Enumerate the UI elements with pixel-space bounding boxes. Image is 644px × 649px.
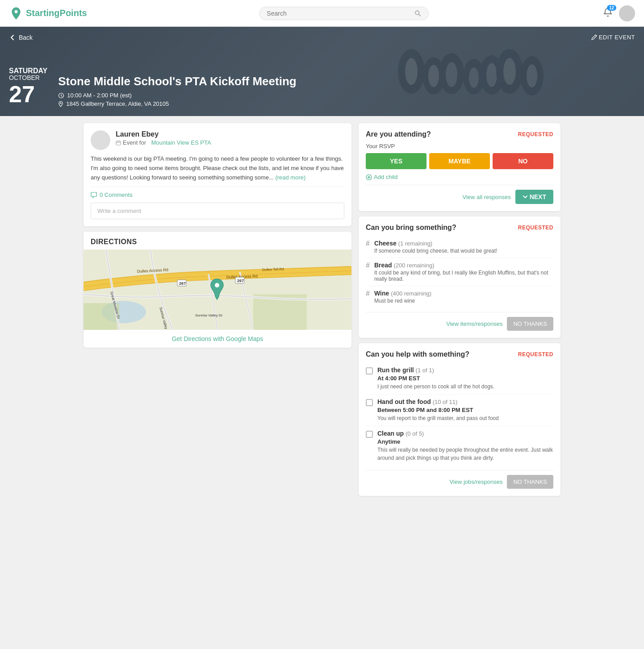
help-header: Can you help with something? REQUESTED (366, 350, 553, 358)
event-time: 10:00 AM - 2:00 PM (est) (67, 92, 132, 99)
bring-item: # Bread (200 remaining) It could be any … (366, 258, 553, 286)
help-footer: View jobs/responses NO THANKS (366, 470, 553, 489)
view-all-responses-link[interactable]: View all responses (463, 194, 511, 200)
logo-icon (9, 6, 23, 21)
edit-event-button[interactable]: EDIT EVENT (591, 34, 635, 41)
comments-count: 0 Comments (100, 191, 133, 198)
bring-item-name: Cheese (1 remaining) (374, 240, 498, 247)
view-jobs-link[interactable]: View jobs/responses (449, 478, 502, 485)
rsvp-no-button[interactable]: NO (493, 153, 553, 169)
help-item-desc: This will really be needed by people thr… (377, 446, 553, 462)
help-item-checkbox[interactable] (366, 399, 373, 406)
directions-card: DIRECTIONS (84, 232, 351, 348)
event-month: OCTOBER (9, 75, 47, 81)
rsvp-label: Your RSVP (366, 143, 553, 150)
add-child-label: Add child (374, 174, 397, 180)
comment-icon (91, 192, 97, 198)
comment-input[interactable]: Write a comment (91, 203, 344, 219)
help-item-details: Clean up (0 of 5) Anytime This will real… (377, 430, 553, 462)
rsvp-yes-button[interactable]: YES (366, 153, 427, 169)
add-child-icon (366, 174, 372, 180)
help-item-checkbox[interactable] (366, 431, 373, 438)
notification-bell-button[interactable]: 12 (601, 6, 615, 21)
svg-line-2 (419, 14, 421, 16)
help-items-list: Run the grill (1 of 1) At 4:00 PM EST I … (366, 363, 553, 466)
back-label: Back (19, 34, 33, 41)
next-button[interactable]: NEXT (515, 190, 553, 204)
help-no-thanks-button[interactable]: NO THANKS (507, 475, 553, 489)
search-input[interactable] (267, 10, 414, 17)
left-column: Lauren Ebey Event for Mountain View ES P… (84, 123, 351, 348)
map-view: Dulles Access Rd Dulles Access Rd Dulles… (84, 250, 351, 330)
event-date: SATURDAY OCTOBER 27 (9, 67, 47, 107)
event-meta: 10:00 AM - 2:00 PM (est) 1845 Gallberry … (58, 92, 296, 107)
search-bar[interactable] (259, 7, 429, 20)
event-day-name: SATURDAY (9, 67, 47, 75)
rsvp-status-badge: REQUESTED (518, 131, 553, 137)
svg-point-41 (215, 283, 219, 287)
view-items-link[interactable]: View items/responses (446, 320, 502, 327)
svg-text:267: 267 (179, 281, 186, 286)
bring-items-list: # Cheese (1 remaining) If someone could … (366, 236, 553, 308)
help-item-details: Hand out the food (10 of 11) Between 5:0… (377, 398, 499, 422)
org-link[interactable]: Mountain View ES PTA (151, 139, 211, 146)
rsvp-title: Are you attending? (366, 130, 431, 138)
rsvp-header: Are you attending? REQUESTED (366, 130, 553, 138)
help-item-details: Run the grill (1 of 1) At 4:00 PM EST I … (377, 366, 494, 391)
svg-point-25 (60, 102, 62, 104)
bring-item-desc: It could be any kind of bring, but I rea… (374, 270, 553, 282)
help-item-name-row: Clean up (0 of 5) (377, 430, 553, 437)
bring-header: Can you bring something? REQUESTED (366, 224, 553, 232)
bring-no-thanks-button[interactable]: NO THANKS (507, 317, 553, 331)
bring-item-details: Wine (400 remaining) Must be red wine (374, 290, 431, 304)
edit-event-label: EDIT EVENT (599, 34, 635, 41)
back-button[interactable]: Back (9, 34, 33, 41)
bring-card: Can you bring something? REQUESTED # Che… (359, 216, 560, 338)
hash-icon: # (366, 262, 370, 270)
bring-status-badge: REQUESTED (518, 225, 553, 231)
back-arrow-icon (9, 34, 16, 41)
logo: StartingPoints (9, 6, 87, 21)
logo-text: StartingPoints (26, 8, 87, 18)
help-item-name-row: Hand out the food (10 of 11) (377, 398, 499, 405)
user-avatar-button[interactable] (619, 5, 635, 21)
svg-rect-26 (116, 141, 121, 145)
bring-item-details: Bread (200 remaining) It could be any ki… (374, 262, 553, 282)
hero-content: SATURDAY OCTOBER 27 Stone Middle School'… (9, 67, 297, 107)
chevron-down-icon (523, 194, 528, 200)
google-maps-link[interactable]: Get Directions with Google Maps (172, 335, 263, 342)
bring-footer: View items/responses NO THANKS (366, 312, 553, 331)
bring-item: # Wine (400 remaining) Must be red wine (366, 286, 553, 308)
read-more-link[interactable]: (read more) (275, 174, 305, 181)
help-title: Can you help with something? (366, 350, 469, 358)
author-avatar (91, 130, 110, 150)
help-item-time: Between 5:00 PM and 8:00 PM EST (377, 407, 499, 413)
post-card: Lauren Ebey Event for Mountain View ES P… (84, 123, 351, 226)
directions-link-bar: Get Directions with Google Maps (84, 330, 351, 348)
header-right: 12 (601, 5, 635, 21)
comments-link[interactable]: 0 Comments (91, 187, 344, 198)
bring-item-details: Cheese (1 remaining) If someone could br… (374, 240, 498, 254)
rsvp-footer: View all responses NEXT (366, 185, 553, 204)
help-item-checkbox[interactable] (366, 367, 373, 374)
bring-title: Can you bring something? (366, 224, 456, 232)
notification-badge: 12 (607, 5, 616, 11)
svg-text:Dulles Toll Rd: Dulles Toll Rd (262, 267, 284, 272)
post-author-name: Lauren Ebey (116, 130, 211, 138)
rsvp-maybe-button[interactable]: MAYBE (429, 153, 490, 169)
event-details: Stone Middle School's PTA Kickoff Meetin… (58, 75, 296, 107)
help-item-desc: I just need one person to cook all of th… (377, 383, 494, 391)
help-item-time: Anytime (377, 438, 553, 445)
svg-point-0 (15, 10, 18, 13)
help-item: Clean up (0 of 5) Anytime This will real… (366, 426, 553, 466)
help-item-desc: You will report to the grill master, and… (377, 414, 499, 422)
post-org: Event for Mountain View ES PTA (116, 139, 211, 146)
clock-icon (58, 92, 64, 99)
rsvp-buttons: YES MAYBE NO (366, 153, 553, 169)
bring-item-desc: Must be red wine (374, 298, 431, 304)
rsvp-card: Are you attending? REQUESTED Your RSVP Y… (359, 123, 560, 211)
help-item-name-row: Run the grill (1 of 1) (377, 366, 494, 374)
help-card: Can you help with something? REQUESTED R… (359, 343, 560, 496)
add-child-link[interactable]: Add child (366, 174, 553, 180)
hash-icon: # (366, 290, 370, 298)
